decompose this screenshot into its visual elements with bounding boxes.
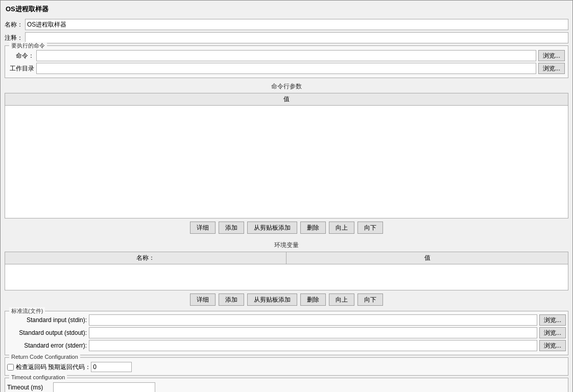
name-row: 名称： [3,19,570,30]
params-table-body [5,106,568,218]
env-up-button[interactable]: 向上 [329,293,354,306]
comment-label: 注释： [5,34,25,42]
timeout-label: Timeout (ms) [7,384,53,391]
stdin-row: Standard input (stdin): 浏览... [7,314,566,326]
env-title: 环境变量 [5,239,568,252]
return-code-label: 检查返回码 预期返回代码： [16,363,91,372]
env-detail-button[interactable]: 详细 [190,293,216,306]
env-down-button[interactable]: 向下 [357,293,383,306]
params-title: 命令行参数 [5,80,568,93]
env-table-body [5,264,568,290]
stderr-row: Standard error (stderr): 浏览... [7,340,566,351]
params-section: 命令行参数 值 详细 添加 从剪贴板添加 删除 向上 向下 [5,80,568,237]
stdin-browse-button[interactable]: 浏览... [539,314,566,326]
params-paste-add-button[interactable]: 从剪贴板添加 [247,222,297,234]
stderr-browse-button[interactable]: 浏览... [539,340,566,351]
timeout-legend: Timeout configuration [9,374,67,380]
workdir-browse-button[interactable]: 浏览... [538,63,565,74]
env-add-button[interactable]: 添加 [219,293,244,306]
comment-row: 注释： [3,32,570,43]
command-input[interactable] [36,50,536,61]
name-input[interactable] [25,19,568,30]
timeout-section: Timeout configuration Timeout (ms) [5,378,568,392]
name-label: 名称： [5,20,25,29]
return-legend: Return Code Configuration [9,354,80,360]
env-table: 名称： 值 [5,252,568,290]
streams-legend: 标准流(文件) [9,307,45,315]
main-window: OS进程取样器 名称： 注释： 要执行的命令 命令： 浏览... 工作目录 浏览… [0,0,573,392]
stdout-row: Standard output (stdout): 浏览... [7,327,566,338]
return-code-input[interactable] [91,362,132,372]
env-col-value: 值 [286,252,568,264]
params-add-button[interactable]: 添加 [219,222,244,234]
command-label: 命令： [8,52,36,60]
params-down-button[interactable]: 向下 [357,222,383,234]
stdout-input[interactable] [89,327,537,338]
execute-legend: 要执行的命令 [9,42,47,50]
command-browse-button[interactable]: 浏览... [538,50,565,61]
env-col-name: 名称： [5,252,286,264]
env-paste-add-button[interactable]: 从剪贴板添加 [247,293,297,306]
env-table-header: 名称： 值 [5,252,568,264]
workdir-label: 工作目录 [8,64,36,73]
params-up-button[interactable]: 向上 [329,222,354,234]
workdir-input[interactable] [36,63,536,74]
params-btn-row: 详细 添加 从剪贴板添加 删除 向上 向下 [5,218,568,237]
params-table-header: 值 [5,93,568,106]
streams-section: 标准流(文件) Standard input (stdin): 浏览... St… [5,311,568,355]
stdin-label: Standard input (stdin): [7,316,89,324]
params-detail-button[interactable]: 详细 [190,222,216,234]
params-col-value: 值 [5,93,568,105]
workdir-row: 工作目录 浏览... [7,63,566,74]
env-btn-row: 详细 添加 从剪贴板添加 删除 向上 向下 [5,290,568,309]
comment-input[interactable] [25,32,568,43]
execute-section: 要执行的命令 命令： 浏览... 工作目录 浏览... [5,45,568,78]
return-checkbox[interactable] [7,364,14,371]
stdout-label: Standard output (stdout): [7,329,89,336]
env-section: 环境变量 名称： 值 详细 添加 从剪贴板添加 删除 向上 向下 [5,239,568,309]
stdout-browse-button[interactable]: 浏览... [539,327,566,338]
command-row: 命令： 浏览... [7,50,566,61]
stderr-input[interactable] [89,340,537,351]
return-row: 检查返回码 预期返回代码： [7,361,566,373]
params-delete-button[interactable]: 删除 [300,222,326,234]
stderr-label: Standard error (stderr): [7,342,89,349]
timeout-input[interactable] [53,382,155,392]
timeout-row: Timeout (ms) [7,381,566,392]
env-delete-button[interactable]: 删除 [300,293,326,306]
params-table: 值 [5,93,568,218]
window-title: OS进程取样器 [3,3,570,16]
stdin-input[interactable] [89,314,537,326]
return-section: Return Code Configuration 检查返回码 预期返回代码： [5,357,568,376]
